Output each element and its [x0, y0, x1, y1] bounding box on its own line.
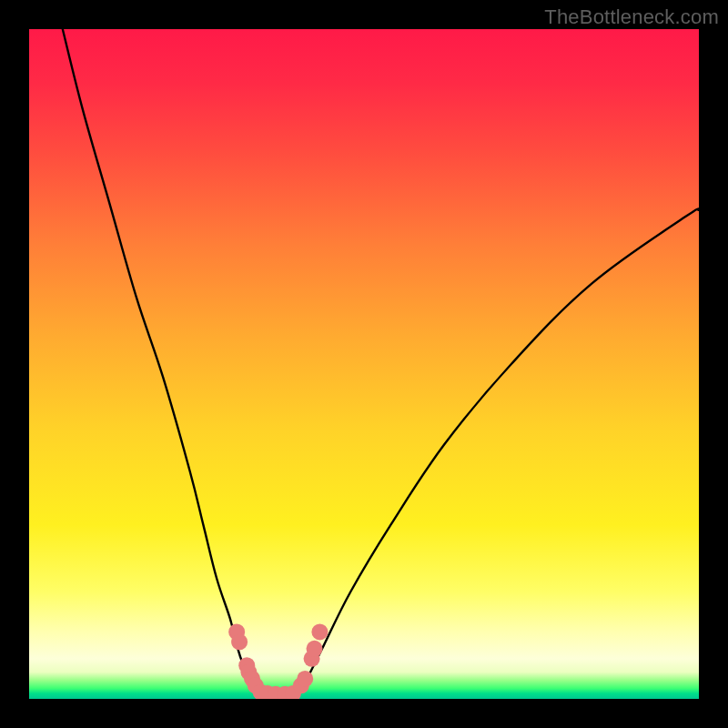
curve-right-curve [297, 208, 699, 693]
curve-left-curve [63, 29, 264, 693]
watermark-text: TheBottleneck.com [544, 5, 719, 29]
right-lower-marker2 [297, 671, 313, 687]
right-upper-marker2 [307, 641, 323, 657]
left-upper-marker2 [231, 633, 248, 650]
right-upper-marker3 [311, 623, 328, 640]
chart-frame: TheBottleneck.com [0, 0, 728, 728]
plot-area [29, 29, 699, 699]
marker-layer [228, 623, 328, 699]
bottleneck-curve [63, 29, 699, 693]
chart-svg [29, 29, 699, 699]
